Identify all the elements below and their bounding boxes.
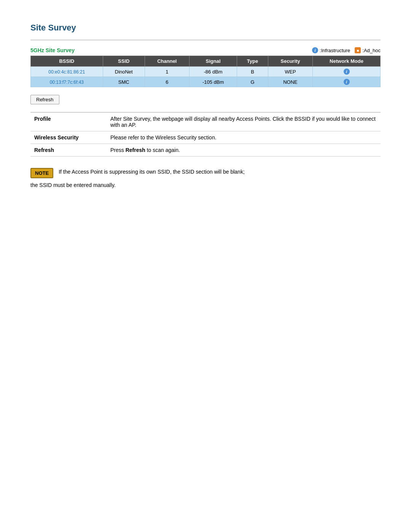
bssid-link[interactable]: 00:e0:4c:81:86:21 xyxy=(48,69,85,75)
col-channel: Channel xyxy=(145,56,189,67)
col-network-mode: Network Mode xyxy=(313,56,381,67)
info-row-security: Wireless Security Please refer to the Wi… xyxy=(30,131,381,144)
note-text-line2: the SSID must be entered manually. xyxy=(30,181,381,189)
refresh-button[interactable]: Refresh xyxy=(30,95,59,104)
legend-infrastructure: i :Infrastructure xyxy=(312,47,350,53)
survey-header-row: 5GHz Site Survey i :Infrastructure ■ :Ad… xyxy=(30,47,381,53)
adhoc-label: :Ad_hoc xyxy=(362,48,381,53)
cell-type: G xyxy=(237,77,268,87)
info-table: Profile After Site Survey, the webpage w… xyxy=(30,112,381,157)
infrastructure-label: :Infrastructure xyxy=(320,48,350,53)
info-label-security: Wireless Security xyxy=(30,131,107,144)
note-section: NOTE If the Access Point is suppressing … xyxy=(30,168,381,189)
survey-table: BSSID SSID Channel Signal Type Security … xyxy=(30,56,381,87)
info-label-refresh: Refresh xyxy=(30,144,107,157)
info-row-profile: Profile After Site Survey, the webpage w… xyxy=(30,113,381,131)
legend: i :Infrastructure ■ :Ad_hoc xyxy=(312,47,381,53)
info-desc-profile: After Site Survey, the webpage will disp… xyxy=(107,113,381,131)
cell-signal: -86 dBm xyxy=(189,67,237,77)
infrastructure-icon: i xyxy=(312,47,318,53)
cell-network-mode: i xyxy=(313,77,381,87)
cell-ssid: DinoNet xyxy=(103,67,145,77)
col-bssid: BSSID xyxy=(31,56,103,67)
info-row-refresh: Refresh Press Refresh to scan again. xyxy=(30,144,381,157)
col-signal: Signal xyxy=(189,56,237,67)
note-text-line1: If the Access Point is suppressing its o… xyxy=(59,168,245,176)
cell-type: B xyxy=(237,67,268,77)
refresh-area: Refresh xyxy=(30,95,381,104)
table-row: 00:13:f7:7c:6f:43SMC6-105 dBmGNONEi xyxy=(31,77,381,87)
table-row: 00:e0:4c:81:86:21DinoNet1-86 dBmBWEPi xyxy=(31,67,381,77)
info-desc-refresh: Press Refresh to scan again. xyxy=(107,144,381,157)
adhoc-icon: ■ xyxy=(355,47,361,53)
col-type: Type xyxy=(237,56,268,67)
cell-ssid: SMC xyxy=(103,77,145,87)
title-divider xyxy=(30,40,381,40)
bssid-link[interactable]: 00:13:f7:7c:6f:43 xyxy=(50,80,84,85)
cell-network-mode: i xyxy=(313,67,381,77)
survey-band-label: 5GHz Site Survey xyxy=(30,47,75,53)
cell-channel: 1 xyxy=(145,67,189,77)
page-title: Site Survey xyxy=(30,23,381,33)
cell-signal: -105 dBm xyxy=(189,77,237,87)
cell-bssid[interactable]: 00:13:f7:7c:6f:43 xyxy=(31,77,103,87)
network-mode-icon: i xyxy=(344,79,350,85)
survey-section: 5GHz Site Survey i :Infrastructure ■ :Ad… xyxy=(30,47,381,87)
col-ssid: SSID xyxy=(103,56,145,67)
network-mode-icon: i xyxy=(344,69,350,75)
cell-bssid[interactable]: 00:e0:4c:81:86:21 xyxy=(31,67,103,77)
legend-adhoc: ■ :Ad_hoc xyxy=(355,47,381,53)
note-badge: NOTE xyxy=(30,168,53,178)
cell-security: WEP xyxy=(268,67,312,77)
table-header-row: BSSID SSID Channel Signal Type Security … xyxy=(31,56,381,67)
note-top-row: NOTE If the Access Point is suppressing … xyxy=(30,168,381,178)
col-security: Security xyxy=(268,56,312,67)
cell-channel: 6 xyxy=(145,77,189,87)
cell-security: NONE xyxy=(268,77,312,87)
info-desc-security: Please refer to the Wireless Security se… xyxy=(107,131,381,144)
info-label-profile: Profile xyxy=(30,113,107,131)
